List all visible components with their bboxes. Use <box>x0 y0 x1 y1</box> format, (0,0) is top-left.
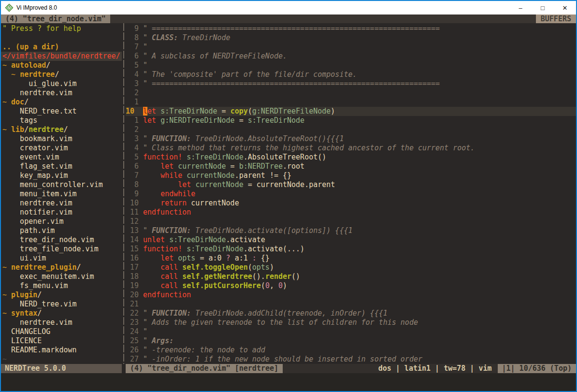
close-button[interactable]: ✕ <box>554 1 576 15</box>
code-line[interactable]: 26" -treenode: the node to add <box>126 346 576 355</box>
tree-item[interactable]: README.markdown <box>1 346 122 355</box>
tree-item[interactable]: ~ syntax/ <box>1 309 122 318</box>
code-line[interactable]: 25" Args: <box>126 336 576 346</box>
statusline-gap <box>122 364 126 373</box>
tree-item[interactable]: ~ nerdtree_plugin/ <box>1 263 122 272</box>
code-line[interactable]: 24" <box>126 327 576 336</box>
code-line[interactable]: 19 call self.putCursorHere(0, 0) <box>126 281 576 290</box>
code-text: " -inOrder: 1 if the new node should be … <box>143 355 422 364</box>
code-line[interactable]: 8" CLASS: TreeDirNode <box>126 33 576 43</box>
tree-item[interactable]: menu_item.vim <box>1 189 122 199</box>
code-line[interactable]: 10 return currentNode <box>126 199 576 208</box>
code-line[interactable]: 7" <box>126 43 576 52</box>
buffers-label: BUFFERS <box>536 15 576 23</box>
code-line[interactable]: 1let g:NERDTreeDirNode = s:TreeDirNode <box>126 116 576 125</box>
tree-item[interactable]: bookmark.vim <box>1 134 122 144</box>
code-line[interactable]: 13" FUNCTION: TreeDirNode.activate([opti… <box>126 226 576 235</box>
window-separator[interactable] <box>122 23 126 364</box>
code-line[interactable]: 23" Adds the given treenode to the list … <box>126 318 576 327</box>
code-line[interactable]: 3" =====================================… <box>126 79 576 88</box>
code-line[interactable]: 6" A subclass of NERDTreeFileNode. <box>126 52 576 61</box>
line-number: 3 <box>126 79 139 88</box>
tree-item[interactable]: NERD_tree.vim <box>1 300 122 309</box>
tree-item[interactable]: ~ <box>1 355 122 364</box>
tree-item-selected[interactable]: </vimfiles/bundle/nerdtree/ <box>1 52 122 61</box>
code-text: " The 'composite' part of the file/dir c… <box>143 70 357 79</box>
buffer-tabline: (4) "tree_dir_node.vim" BUFFERS <box>1 15 576 23</box>
code-line[interactable]: 17 call self.toggleOpen(opts) <box>126 263 576 272</box>
minimize-button[interactable]: – <box>509 1 532 15</box>
tree-item[interactable]: exec_menuitem.vim <box>1 272 122 281</box>
line-number: 23 <box>126 318 139 327</box>
code-line[interactable]: 16 let opts = a:0 ? a:1 : {} <box>126 254 576 263</box>
code-text: " <box>143 43 147 52</box>
code-line[interactable]: 21 <box>126 300 576 309</box>
line-number: 24 <box>126 327 139 336</box>
tree-item[interactable]: NERD_tree.txt <box>1 107 122 116</box>
tree-item[interactable]: path.vim <box>1 226 122 235</box>
code-line[interactable]: 22" FUNCTION: TreeDirNode.addChild(treen… <box>126 309 576 318</box>
tree-item[interactable]: opener.vim <box>1 217 122 226</box>
tree-item[interactable]: menu_controller.vim <box>1 180 122 189</box>
code-line[interactable]: 1 <box>126 98 576 107</box>
tree-item[interactable]: ui.vim <box>1 254 122 263</box>
code-line[interactable]: 15function! s:TreeDirNode.activate(...) <box>126 245 576 254</box>
code-line[interactable]: 9 endwhile <box>126 189 576 199</box>
code-text: function! s:TreeDirNode.AbsoluteTreeRoot… <box>143 153 326 162</box>
tree-item[interactable]: key_map.vim <box>1 171 122 180</box>
tree-item[interactable]: ~ nerdtree/ <box>1 70 122 79</box>
line-number: 5 <box>126 153 139 162</box>
tree-item[interactable]: LICENCE <box>1 336 122 346</box>
command-line[interactable] <box>1 373 576 391</box>
tree-item[interactable] <box>1 33 122 43</box>
code-line[interactable]: 14unlet s:TreeDirNode.activate <box>126 235 576 245</box>
tree-item[interactable]: CHANGELOG <box>1 327 122 336</box>
tree-item[interactable]: ~ plugin/ <box>1 290 122 300</box>
line-number: 6 <box>126 162 139 171</box>
line-number: 21 <box>126 300 139 309</box>
code-line[interactable]: 8 let currentNode = currentNode.parent <box>126 180 576 189</box>
code-line[interactable]: 9" =====================================… <box>126 24 576 33</box>
line-number: 9 <box>126 24 139 33</box>
code-line[interactable]: 5function! s:TreeDirNode.AbsoluteTreeRoo… <box>126 153 576 162</box>
tree-item[interactable]: .. (up a dir) <box>1 43 122 52</box>
code-line[interactable]: 11endfunction <box>126 208 576 217</box>
buffer-name-segment[interactable]: (4) "tree_dir_node.vim" [nerdtree] <box>126 364 283 373</box>
tree-item[interactable]: tree_dir_node.vim <box>1 235 122 245</box>
tree-item[interactable]: ~ lib/nerdtree/ <box>1 125 122 134</box>
tree-item[interactable]: nerdtree.vim <box>1 88 122 98</box>
code-line[interactable]: 2 <box>126 88 576 98</box>
line-number: 4 <box>126 70 139 79</box>
code-line[interactable]: 12 <box>126 217 576 226</box>
code-line[interactable]: 6 let currentNode = b:NERDTree.root <box>126 162 576 171</box>
tree-item[interactable]: nerdtree.vim <box>1 199 122 208</box>
tree-item[interactable]: fs_menu.vim <box>1 281 122 290</box>
tree-item[interactable]: tree_file_node.vim <box>1 245 122 254</box>
tree-item[interactable]: creator.vim <box>1 144 122 153</box>
code-line[interactable]: 7 while currentNode.parent != {} <box>126 171 576 180</box>
nerdtree-statusline[interactable]: NERDTree 5.0.0 <box>1 364 122 373</box>
code-line[interactable]: 18 call self.getNerdtree().render() <box>126 272 576 281</box>
tree-item[interactable]: tags <box>1 116 122 125</box>
code-line[interactable]: 5" <box>126 61 576 70</box>
code-line-current[interactable]: 10let s:TreeDirNode = copy(g:NERDTreeFil… <box>126 107 576 116</box>
tree-item[interactable]: nerdtree.vim <box>1 318 122 327</box>
code-line[interactable]: 4" The 'composite' part of the file/dir … <box>126 70 576 79</box>
code-line[interactable]: 4" Class method that returns the highest… <box>126 144 576 153</box>
active-buffer-tab[interactable]: (4) "tree_dir_node.vim" <box>1 15 110 23</box>
tree-item[interactable]: notifier.vim <box>1 208 122 217</box>
tree-item[interactable]: event.vim <box>1 153 122 162</box>
tree-item[interactable]: flag_set.vim <box>1 162 122 171</box>
line-number: 12 <box>126 217 139 226</box>
maximize-button[interactable]: □ <box>532 1 554 15</box>
tree-item[interactable]: ~ doc/ <box>1 98 122 107</box>
line-number: 4 <box>126 144 139 153</box>
tree-item[interactable]: " Press ? for help <box>1 24 122 33</box>
code-line[interactable]: 2 <box>126 125 576 134</box>
tree-item[interactable]: ui_glue.vim <box>1 79 122 88</box>
code-line[interactable]: 27" -inOrder: 1 if the new node should b… <box>126 355 576 364</box>
code-line[interactable]: 20endfunction <box>126 290 576 300</box>
code-text: " <box>143 327 147 336</box>
code-line[interactable]: 3" FUNCTION: TreeDirNode.AbsoluteTreeRoo… <box>126 134 576 144</box>
tree-item[interactable]: ~ autoload/ <box>1 61 122 70</box>
